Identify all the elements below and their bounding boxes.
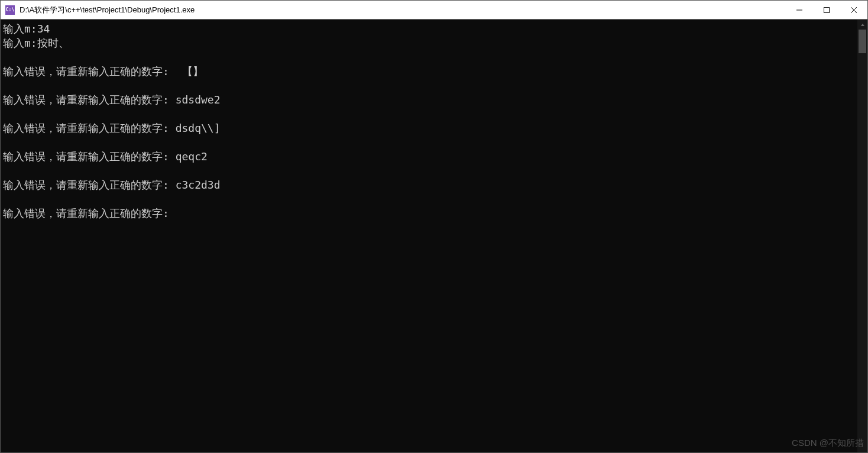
window-title: D:\A软件学习\c++\test\Project1\Debug\Project…	[20, 5, 786, 15]
app-icon: C:\	[5, 5, 15, 15]
svg-rect-1	[824, 7, 830, 12]
console-body: 输入m:34 输入m:按时、 输入错误，请重新输入正确的数字: 【】 输入错误，…	[1, 20, 867, 452]
scroll-up-arrow[interactable]	[857, 20, 867, 30]
titlebar[interactable]: C:\ D:\A软件学习\c++\test\Project1\Debug\Pro…	[1, 1, 867, 20]
svg-marker-4	[861, 24, 864, 26]
vertical-scrollbar[interactable]	[857, 20, 867, 452]
close-button[interactable]	[840, 1, 867, 19]
minimize-button[interactable]	[786, 1, 813, 19]
app-window: C:\ D:\A软件学习\c++\test\Project1\Debug\Pro…	[0, 0, 868, 453]
window-controls	[786, 1, 867, 19]
console-output[interactable]: 输入m:34 输入m:按时、 输入错误，请重新输入正确的数字: 【】 输入错误，…	[1, 20, 857, 452]
scroll-thumb[interactable]	[859, 30, 866, 53]
maximize-button[interactable]	[813, 1, 840, 19]
